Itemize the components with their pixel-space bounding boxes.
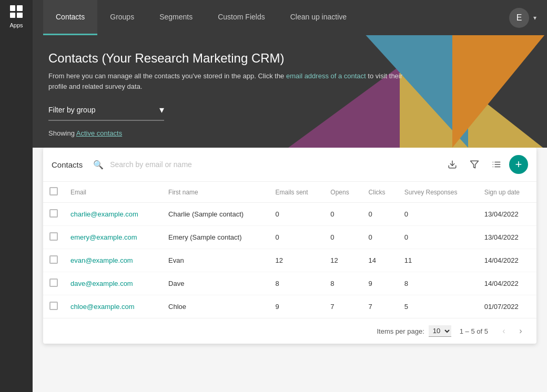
items-per-page: Items per page: 10 25 50 <box>377 325 451 337</box>
table-row: dave@example.com Dave 8 8 9 8 14/04/2022 <box>43 272 536 295</box>
row-sign-up-date: 14/04/2022 <box>478 249 536 272</box>
hero-content: Contacts (Your Research Marketing CRM) F… <box>48 51 531 137</box>
filter-dropdown-arrow-icon: ▾ <box>159 104 164 116</box>
prev-page-button[interactable]: ‹ <box>497 324 511 338</box>
main-content: Contacts Groups Segments Custom Fields C… <box>33 0 547 392</box>
row-email: evan@example.com <box>64 249 162 272</box>
row-email: dave@example.com <box>64 272 162 295</box>
row-survey-responses: 5 <box>398 295 478 318</box>
row-email: emery@example.com <box>64 226 162 249</box>
table-header: Contacts 🔍 <box>43 148 536 182</box>
email-link-hero[interactable]: email address of a contact <box>286 72 366 80</box>
row-opens: 12 <box>324 249 362 272</box>
hero-section: Contacts (Your Research Marketing CRM) F… <box>33 35 547 148</box>
row-sign-up-date: 13/04/2022 <box>478 203 536 226</box>
email-link[interactable]: charlie@example.com <box>70 210 138 218</box>
pagination: Items per page: 10 25 50 1 – 5 of 5 ‹ › <box>43 318 536 344</box>
row-first-name: Evan <box>162 249 269 272</box>
sidebar-apps-item[interactable]: Apps <box>9 5 23 28</box>
table-row: evan@example.com Evan 12 12 14 11 14/04/… <box>43 249 536 272</box>
search-icon: 🔍 <box>93 160 104 170</box>
contacts-table-section: Contacts 🔍 <box>43 148 536 344</box>
table-row: charlie@example.com Charlie (Sample cont… <box>43 203 536 226</box>
nav-tabs: Contacts Groups Segments Custom Fields C… <box>43 0 359 35</box>
page-navigation: ‹ › <box>497 324 528 338</box>
filter-button[interactable] <box>465 155 484 174</box>
row-checkbox[interactable] <box>49 232 58 241</box>
filter-section: Filter by group ▾ <box>48 104 531 121</box>
table-header-row: Email First name Emails sent Opens Click… <box>43 182 536 203</box>
row-first-name: Charlie (Sample contact) <box>162 203 269 226</box>
sidebar: Apps <box>0 0 33 392</box>
row-checkbox-cell <box>43 295 64 318</box>
table-body: charlie@example.com Charlie (Sample cont… <box>43 203 536 318</box>
next-page-button[interactable]: › <box>513 324 528 338</box>
items-per-page-label: Items per page: <box>377 327 424 335</box>
hero-description: From here you can manage all the contact… <box>48 71 417 91</box>
user-dropdown-arrow[interactable]: ▾ <box>533 14 536 22</box>
apps-grid-icon <box>10 5 23 18</box>
row-first-name: Emery (Sample contact) <box>162 226 269 249</box>
row-emails-sent: 0 <box>269 203 325 226</box>
table-title: Contacts <box>52 160 83 169</box>
col-first-name: First name <box>162 182 269 203</box>
tab-custom-fields[interactable]: Custom Fields <box>205 0 277 35</box>
col-email: Email <box>64 182 162 203</box>
row-opens: 8 <box>324 272 362 295</box>
col-sign-up-date: Sign up date <box>478 182 536 203</box>
apps-label: Apps <box>9 22 23 28</box>
top-nav: Contacts Groups Segments Custom Fields C… <box>33 0 547 35</box>
row-checkbox[interactable] <box>49 278 58 287</box>
col-emails-sent: Emails sent <box>269 182 325 203</box>
row-checkbox[interactable] <box>49 302 58 310</box>
page-title: Contacts (Your Research Marketing CRM) <box>48 51 531 66</box>
avatar[interactable]: E <box>509 8 529 28</box>
toolbar-icons: + <box>443 155 528 174</box>
select-all-checkbox[interactable] <box>49 187 58 195</box>
tab-contacts[interactable]: Contacts <box>43 0 97 35</box>
row-emails-sent: 9 <box>269 295 325 318</box>
showing-text: Showing Active contacts <box>48 129 531 137</box>
row-clicks: 7 <box>362 295 398 318</box>
row-checkbox[interactable] <box>49 209 58 218</box>
select-all-header <box>43 182 64 203</box>
email-link[interactable]: dave@example.com <box>70 280 133 287</box>
row-first-name: Chloe <box>162 295 269 318</box>
row-clicks: 14 <box>362 249 398 272</box>
row-email: chloe@example.com <box>64 295 162 318</box>
tab-segments[interactable]: Segments <box>147 0 205 35</box>
row-clicks: 0 <box>362 226 398 249</box>
add-contact-button[interactable]: + <box>509 155 528 174</box>
row-emails-sent: 0 <box>269 226 325 249</box>
email-link[interactable]: chloe@example.com <box>70 303 135 311</box>
col-survey-responses: Survey Responses <box>398 182 478 203</box>
search-input[interactable] <box>110 160 437 169</box>
active-contacts-link[interactable]: Active contacts <box>76 129 122 137</box>
row-opens: 0 <box>324 226 362 249</box>
email-link[interactable]: emery@example.com <box>70 233 137 241</box>
email-link[interactable]: evan@example.com <box>70 256 133 264</box>
row-emails-sent: 12 <box>269 249 325 272</box>
row-email: charlie@example.com <box>64 203 162 226</box>
contacts-table: Email First name Emails sent Opens Click… <box>43 182 536 318</box>
filter-by-group-dropdown[interactable]: Filter by group ▾ <box>48 104 164 121</box>
row-opens: 0 <box>324 203 362 226</box>
row-clicks: 9 <box>362 272 398 295</box>
page-range-text: 1 – 5 of 5 <box>460 327 488 335</box>
row-emails-sent: 8 <box>269 272 325 295</box>
tab-clean-up[interactable]: Clean up inactive <box>278 0 359 35</box>
row-checkbox[interactable] <box>49 255 58 264</box>
tab-groups[interactable]: Groups <box>97 0 147 35</box>
per-page-select[interactable]: 10 25 50 <box>429 325 451 337</box>
col-clicks: Clicks <box>362 182 398 203</box>
svg-marker-1 <box>471 161 479 168</box>
sort-button[interactable] <box>487 155 506 174</box>
download-button[interactable] <box>443 155 462 174</box>
row-clicks: 0 <box>362 203 398 226</box>
col-opens: Opens <box>324 182 362 203</box>
filter-label: Filter by group <box>48 106 95 114</box>
row-survey-responses: 0 <box>398 226 478 249</box>
row-checkbox-cell <box>43 203 64 226</box>
row-opens: 7 <box>324 295 362 318</box>
table-row: emery@example.com Emery (Sample contact)… <box>43 226 536 249</box>
